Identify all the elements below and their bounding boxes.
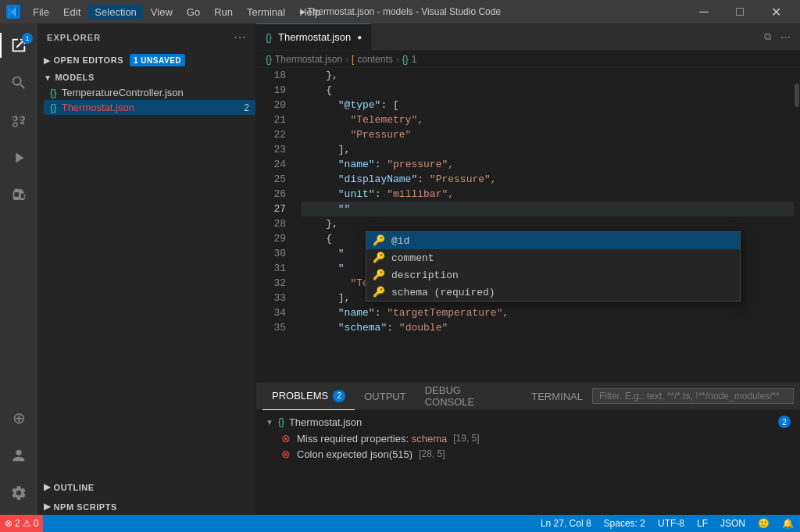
settings-activity-icon[interactable] bbox=[0, 474, 38, 512]
tab-filename: Thermostat.json bbox=[278, 31, 351, 43]
explorer-activity-icon[interactable]: 1 bbox=[0, 27, 38, 64]
sidebar-header: EXPLORER ⋯ bbox=[38, 23, 255, 51]
tab-bar: {} Thermostat.json ● ⧉ ⋯ bbox=[256, 23, 800, 51]
menu-file[interactable]: File bbox=[27, 5, 55, 20]
notifications-icon: 🔔 bbox=[782, 518, 794, 529]
models-section[interactable]: ▼ MODELS bbox=[38, 70, 255, 85]
source-control-activity-icon[interactable] bbox=[0, 102, 38, 139]
breadcrumb-contents-name: contents bbox=[357, 54, 392, 65]
line-ending-status[interactable]: LF bbox=[691, 515, 714, 532]
scrollbar-thumb bbox=[795, 84, 799, 107]
breadcrumb-file-name: Thermostat.json bbox=[275, 54, 342, 65]
autocomplete-dropdown[interactable]: 🔑 @id 🔑 comment 🔑 description 🔑 schema (… bbox=[366, 231, 741, 302]
menu-view[interactable]: View bbox=[145, 5, 179, 20]
line-ending-text: LF bbox=[697, 518, 708, 529]
menu-run[interactable]: Run bbox=[208, 5, 239, 20]
file-temperature-controller[interactable]: {} TemperatureController.json bbox=[44, 85, 255, 100]
breadcrumb-file[interactable]: {} Thermostat.json bbox=[266, 54, 342, 65]
account-activity-icon[interactable] bbox=[0, 437, 38, 474]
autocomplete-item-0[interactable]: 🔑 @id bbox=[366, 232, 740, 249]
close-button[interactable]: ✕ bbox=[758, 0, 794, 23]
models-chevron: ▼ bbox=[44, 73, 52, 82]
autocomplete-item-1[interactable]: 🔑 comment bbox=[366, 249, 740, 266]
file-name-temperature-controller: TemperatureController.json bbox=[62, 87, 184, 98]
menu-terminal[interactable]: Terminal bbox=[241, 5, 291, 20]
ac-text-3: schema (required) bbox=[391, 285, 495, 300]
language-status[interactable]: JSON bbox=[714, 515, 752, 532]
sidebar: EXPLORER ⋯ ▶ OPEN EDITORS 1 UNSAVED ▼ MO… bbox=[38, 23, 256, 515]
breadcrumb-item-name: 1 bbox=[412, 54, 417, 65]
error-count-status[interactable]: ⊗ 2 ⚠ 0 bbox=[0, 515, 43, 532]
panel-filter-input[interactable] bbox=[592, 388, 794, 404]
autocomplete-item-2[interactable]: 🔑 description bbox=[366, 266, 740, 284]
error-group-chevron: ▼ bbox=[266, 418, 273, 427]
editor-scrollbar[interactable] bbox=[794, 68, 800, 382]
ac-key-icon-2: 🔑 bbox=[373, 268, 385, 283]
tab-terminal[interactable]: TERMINAL bbox=[522, 383, 592, 410]
search-activity-icon[interactable] bbox=[0, 64, 38, 102]
code-line-22: "Pressure" bbox=[302, 127, 794, 142]
tab-debug-console[interactable]: DEBUG CONSOLE bbox=[416, 383, 523, 410]
problems-label: PROBLEMS bbox=[272, 390, 328, 402]
open-editors-chevron: ▶ bbox=[44, 56, 51, 65]
error-item-1[interactable]: ⊗ Colon expected json(515) [28, 5] bbox=[262, 446, 794, 462]
tab-actions: ⧉ ⋯ bbox=[761, 23, 800, 50]
autocomplete-item-3[interactable]: 🔑 schema (required) bbox=[366, 284, 740, 301]
error-group-header[interactable]: ▼ {} Thermostat.json 2 bbox=[262, 413, 794, 430]
ac-key-icon-0: 🔑 bbox=[373, 234, 385, 248]
code-line-28: }, bbox=[302, 216, 794, 231]
file-thermostat[interactable]: {} Thermostat.json 2 bbox=[44, 100, 255, 115]
menu-edit[interactable]: Edit bbox=[57, 5, 87, 20]
maximize-button[interactable]: □ bbox=[722, 0, 758, 23]
panel-tabs: PROBLEMS 2 OUTPUT DEBUG CONSOLE TERMINAL bbox=[256, 383, 800, 410]
code-line-25: "displayName": "Pressure", bbox=[302, 172, 794, 187]
code-line-19: { bbox=[302, 83, 794, 98]
position-status[interactable]: Ln 27, Col 8 bbox=[534, 515, 598, 532]
menu-selection[interactable]: Selection bbox=[88, 5, 142, 20]
language-text: JSON bbox=[720, 518, 745, 529]
line-numbers: 18 19 20 21 22 23 24 25 26 27 28 29 30 3… bbox=[256, 68, 295, 382]
split-editor-button[interactable]: ⧉ bbox=[761, 27, 774, 46]
minimize-button[interactable]: ─ bbox=[686, 0, 722, 23]
thermostat-error-badge: 2 bbox=[244, 102, 249, 113]
notifications-status[interactable]: 🔔 bbox=[776, 515, 800, 532]
warning-count-text: 0 bbox=[34, 518, 39, 529]
menu-bar[interactable]: File Edit Selection View Go Run Terminal… bbox=[27, 5, 327, 20]
remote-explorer-activity-icon[interactable]: ⊕ bbox=[0, 399, 38, 437]
error-group-badge: 2 bbox=[778, 416, 791, 428]
error-loc-0: [19, 5] bbox=[453, 433, 479, 444]
sidebar-more-button[interactable]: ⋯ bbox=[234, 30, 246, 45]
tab-thermostat[interactable]: {} Thermostat.json ● bbox=[256, 23, 372, 50]
npm-scripts-section[interactable]: ▶ NPM SCRIPTS bbox=[38, 498, 255, 515]
feedback-icon-status[interactable]: 🙂 bbox=[752, 515, 776, 532]
menu-go[interactable]: Go bbox=[180, 5, 206, 20]
spaces-status[interactable]: Spaces: 2 bbox=[598, 515, 652, 532]
json-file-icon-1: {} bbox=[50, 87, 57, 98]
extensions-activity-icon[interactable] bbox=[0, 177, 38, 214]
vscode-logo-icon bbox=[6, 5, 20, 19]
error-icon-0: ⊗ bbox=[281, 432, 291, 445]
ac-key-icon-1: 🔑 bbox=[373, 251, 385, 266]
code-container[interactable]: 18 19 20 21 22 23 24 25 26 27 28 29 30 3… bbox=[256, 68, 800, 382]
error-group-file-icon: {} bbox=[278, 416, 284, 427]
open-editors-section[interactable]: ▶ OPEN EDITORS 1 UNSAVED bbox=[38, 51, 255, 70]
breadcrumb-file-icon: {} bbox=[266, 54, 272, 65]
run-activity-icon[interactable] bbox=[0, 139, 38, 177]
code-editor[interactable]: }, { "@type": [ "Telemetry", "Pressure" … bbox=[295, 68, 794, 382]
error-item-0[interactable]: ⊗ Miss required properties: schema [19, … bbox=[262, 430, 794, 446]
encoding-status[interactable]: UTF-8 bbox=[652, 515, 691, 532]
breadcrumb-item[interactable]: {} 1 bbox=[402, 54, 417, 65]
position-text: Ln 27, Col 8 bbox=[541, 518, 591, 529]
tab-icon: {} bbox=[266, 32, 272, 43]
editor-area: {} Thermostat.json ● ⧉ ⋯ {} Thermostat.j… bbox=[256, 23, 800, 515]
breadcrumb-contents[interactable]: [ contents bbox=[352, 54, 393, 65]
tab-output[interactable]: OUTPUT bbox=[355, 383, 415, 410]
code-line-35: "schema": "double" bbox=[302, 320, 794, 335]
breadcrumb-item-icon: {} bbox=[402, 54, 409, 65]
window-title: ● Thermostat.json - models - Visual Stud… bbox=[299, 6, 501, 17]
breadcrumb: {} Thermostat.json › [ contents › {} 1 bbox=[256, 51, 800, 68]
tab-problems[interactable]: PROBLEMS 2 bbox=[262, 383, 355, 410]
more-tab-actions-button[interactable]: ⋯ bbox=[777, 28, 794, 46]
error-loc-1: [28, 5] bbox=[419, 448, 445, 459]
outline-section[interactable]: ▶ OUTLINE bbox=[38, 479, 255, 495]
